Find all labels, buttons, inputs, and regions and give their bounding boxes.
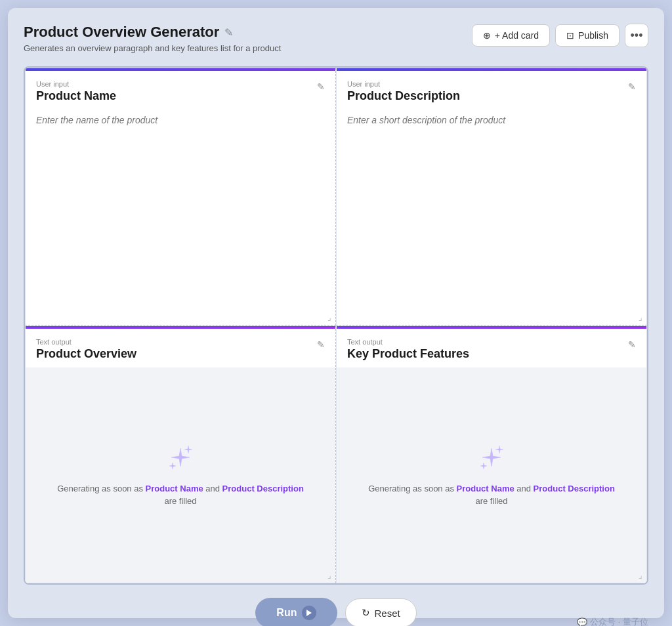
app-container: Product Overview Generator ✎ Generates a… xyxy=(8,8,664,618)
card-type-label: User input xyxy=(347,80,460,88)
cards-grid: User input Product Name ✎ ⌟ User input P… xyxy=(24,66,648,585)
card-title: Key Product Features xyxy=(347,347,469,361)
card-type-label: Text output xyxy=(36,338,136,346)
resize-handle[interactable]: ⌟ xyxy=(639,313,642,322)
output-message: Generating as soon as Product Name and P… xyxy=(368,482,615,508)
card-output-body: Generating as soon as Product Name and P… xyxy=(26,367,335,583)
app-title: Product Overview Generator xyxy=(24,24,219,41)
card-product-name: User input Product Name ✎ ⌟ xyxy=(25,68,336,325)
run-button[interactable]: Run xyxy=(255,598,337,626)
reset-label: Reset xyxy=(374,608,400,619)
sparkles-icon xyxy=(165,443,196,474)
output-message-mid: and xyxy=(203,484,222,493)
add-card-label: + Add card xyxy=(495,30,539,41)
more-options-button[interactable]: ••• xyxy=(625,24,648,47)
output-message-suffix: are filled xyxy=(475,496,507,506)
output-message-prefix: Generating as soon as xyxy=(57,484,145,493)
watermark-text: 公众号 · 量子位 xyxy=(590,616,648,626)
watermark-icon: 💬 xyxy=(577,617,587,627)
play-icon xyxy=(302,606,316,620)
card-edit-icon[interactable]: ✎ xyxy=(628,81,636,92)
output-link-2: Product Description xyxy=(534,484,615,493)
output-message-prefix: Generating as soon as xyxy=(368,484,456,493)
output-link-2: Product Description xyxy=(222,484,304,493)
app-subtitle: Generates an overview paragraph and key … xyxy=(24,43,281,53)
publish-label: Publish xyxy=(578,30,608,41)
add-card-button[interactable]: ⊕ + Add card xyxy=(472,24,550,47)
header-actions: ⊕ + Add card ⊡ Publish ••• xyxy=(472,24,648,47)
product-description-input[interactable] xyxy=(347,115,636,314)
card-title: Product Name xyxy=(36,89,116,103)
card-type-label: Text output xyxy=(347,338,469,346)
output-message: Generating as soon as Product Name and P… xyxy=(57,482,304,508)
card-type-label: User input xyxy=(36,80,116,88)
output-message-mid: and xyxy=(514,484,534,493)
card-header-text: Text output Key Product Features xyxy=(347,338,469,361)
watermark: 💬 公众号 · 量子位 xyxy=(577,616,648,626)
card-edit-icon[interactable]: ✎ xyxy=(317,339,325,350)
card-header: User input Product Description ✎ xyxy=(337,71,646,110)
card-header: User input Product Name ✎ xyxy=(26,71,335,110)
header-left: Product Overview Generator ✎ Generates a… xyxy=(24,24,281,53)
add-icon: ⊕ xyxy=(483,30,491,41)
title-row: Product Overview Generator ✎ xyxy=(24,24,281,41)
resize-handle[interactable]: ⌟ xyxy=(327,571,331,580)
card-header-text: Text output Product Overview xyxy=(36,338,136,361)
card-product-overview: Text output Product Overview ✎ Generatin… xyxy=(25,325,336,583)
resize-handle[interactable]: ⌟ xyxy=(639,571,642,580)
card-body: ⌟ xyxy=(337,110,646,325)
reset-icon: ↻ xyxy=(362,607,370,619)
reset-button[interactable]: ↻ Reset xyxy=(345,598,416,626)
product-name-input[interactable] xyxy=(36,115,325,314)
card-product-description: User input Product Description ✎ ⌟ xyxy=(336,68,647,325)
publish-button[interactable]: ⊡ Publish xyxy=(555,24,620,47)
card-header: Text output Key Product Features ✎ xyxy=(337,329,646,367)
card-title: Product Overview xyxy=(36,347,136,361)
card-output-body: Generating as soon as Product Name and P… xyxy=(337,367,646,583)
bottom-controls: Run ↻ Reset 💬 公众号 · 量子位 xyxy=(24,598,648,626)
card-header-text: User input Product Name xyxy=(36,80,116,103)
more-icon: ••• xyxy=(631,29,643,43)
card-header: Text output Product Overview ✎ xyxy=(26,329,335,367)
resize-handle[interactable]: ⌟ xyxy=(327,313,331,322)
edit-title-icon[interactable]: ✎ xyxy=(224,26,233,39)
card-edit-icon[interactable]: ✎ xyxy=(317,81,325,92)
run-label: Run xyxy=(276,607,297,619)
card-edit-icon[interactable]: ✎ xyxy=(628,339,636,350)
card-title: Product Description xyxy=(347,89,460,103)
output-link-1: Product Name xyxy=(146,484,203,493)
card-key-features: Text output Key Product Features ✎ Gener… xyxy=(336,325,647,583)
output-message-suffix: are filled xyxy=(164,496,196,506)
header: Product Overview Generator ✎ Generates a… xyxy=(24,24,648,53)
sparkles-icon xyxy=(476,443,507,474)
card-header-text: User input Product Description xyxy=(347,80,460,103)
publish-icon: ⊡ xyxy=(566,30,574,41)
card-body: ⌟ xyxy=(26,110,335,325)
output-link-1: Product Name xyxy=(457,484,514,493)
